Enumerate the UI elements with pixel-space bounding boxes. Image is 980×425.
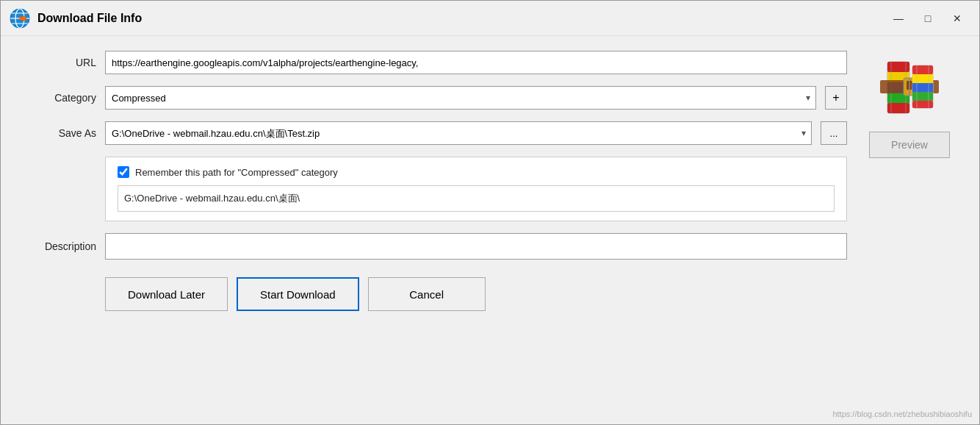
title-bar-controls: — □ ✕ <box>885 8 970 29</box>
svg-rect-23 <box>912 101 933 108</box>
checkbox-section: Remember this path for "Compressed" cate… <box>105 157 847 221</box>
description-input[interactable] <box>105 233 847 260</box>
saveas-label: Save As <box>23 127 96 139</box>
main-window: Download File Info — □ ✕ URL Category Co… <box>0 0 980 425</box>
category-select[interactable]: Compressed General Documents Music Video… <box>105 86 816 110</box>
side-area: Preview <box>862 51 957 410</box>
saveas-row: Save As G:\OneDrive - webmail.hzau.edu.c… <box>23 121 847 145</box>
window-title: Download File Info <box>37 12 142 25</box>
cancel-button[interactable]: Cancel <box>368 277 486 311</box>
title-bar: Download File Info — □ ✕ <box>1 1 979 36</box>
svg-rect-20 <box>912 74 933 83</box>
checkbox-row: Remember this path for "Compressed" cate… <box>118 166 835 178</box>
browse-button[interactable]: ... <box>821 121 847 145</box>
title-bar-left: Download File Info <box>10 8 142 29</box>
start-download-button[interactable]: Start Download <box>237 277 359 311</box>
svg-rect-21 <box>912 83 933 92</box>
content-area: URL Category Compressed General Document… <box>1 36 979 424</box>
remember-path-label: Remember this path for "Compressed" cate… <box>135 167 338 178</box>
download-later-button[interactable]: Download Later <box>105 277 228 311</box>
saveas-wrapper: G:\OneDrive - webmail.hzau.edu.cn\桌面\Tes… <box>105 121 812 145</box>
maximize-button[interactable]: □ <box>915 8 941 29</box>
idm-icon <box>10 8 30 29</box>
description-label: Description <box>23 240 96 252</box>
winrar-icon <box>880 58 939 117</box>
minimize-button[interactable]: — <box>885 8 912 29</box>
preview-button[interactable]: Preview <box>869 132 950 158</box>
add-category-button[interactable]: + <box>825 86 847 110</box>
url-label: URL <box>23 57 96 68</box>
form-area: URL Category Compressed General Document… <box>23 51 847 410</box>
saveas-select[interactable]: G:\OneDrive - webmail.hzau.edu.cn\桌面\Tes… <box>105 121 812 145</box>
buttons-area: Download Later Start Download Cancel <box>105 277 847 311</box>
svg-rect-22 <box>912 92 933 101</box>
close-button[interactable]: ✕ <box>944 8 970 29</box>
category-wrapper: Compressed General Documents Music Video… <box>105 86 816 110</box>
remember-path-checkbox[interactable] <box>118 166 129 178</box>
path-display-input[interactable] <box>118 185 835 212</box>
url-row: URL <box>23 51 847 74</box>
category-label: Category <box>23 92 96 104</box>
url-input[interactable] <box>105 51 847 74</box>
description-row: Description <box>23 233 847 260</box>
category-row: Category Compressed General Documents Mu… <box>23 86 847 110</box>
svg-rect-19 <box>912 65 933 74</box>
